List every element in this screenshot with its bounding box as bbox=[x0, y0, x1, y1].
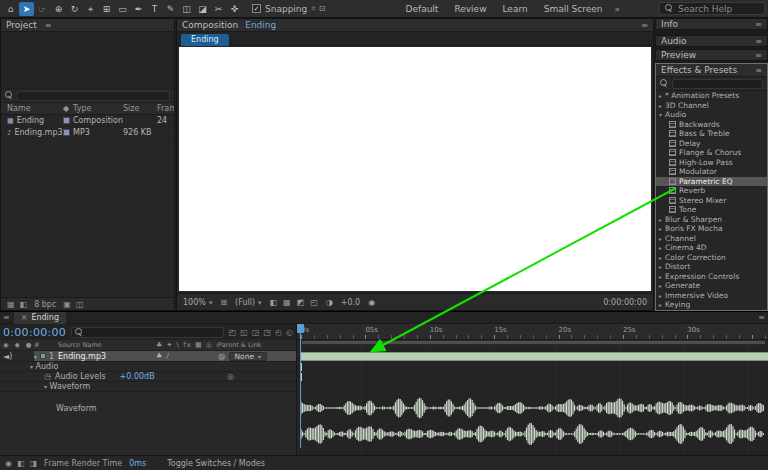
mask-visibility-icon[interactable]: ◩ bbox=[297, 298, 305, 307]
effects-group-row[interactable]: 3D Channel bbox=[656, 101, 767, 111]
current-time-display[interactable]: 0:00:00:00 bbox=[3, 326, 66, 339]
create-folder-icon[interactable]: ◧ bbox=[20, 300, 28, 309]
roto-brush-tool[interactable]: ✂ bbox=[211, 2, 226, 16]
timeline-tab-ending[interactable]: × Ending bbox=[14, 312, 66, 324]
composition-tab-ending[interactable]: Ending bbox=[181, 34, 229, 46]
pickwhip-icon[interactable]: @ bbox=[218, 352, 226, 361]
effects-group-row[interactable]: Boris FX Mocha bbox=[656, 224, 767, 234]
toggle-switches-modes-button[interactable]: Toggle Switches / Modes bbox=[167, 459, 265, 468]
layer-view-icon[interactable]: ◧ bbox=[17, 459, 25, 468]
timeline-panel-menu-icon[interactable]: ≡ bbox=[3, 313, 10, 322]
audio-group-row[interactable]: Audio bbox=[0, 362, 296, 372]
effects-group-audio[interactable]: Audio bbox=[656, 110, 767, 120]
effects-group-row[interactable]: Expression Controls bbox=[656, 272, 767, 282]
exposure-value[interactable]: +0.0 bbox=[341, 298, 360, 307]
timeline-track-area[interactable] bbox=[296, 340, 768, 455]
chevron-right-icon[interactable] bbox=[659, 272, 662, 281]
chevron-right-icon[interactable] bbox=[659, 291, 662, 300]
brush-tool[interactable]: ✎ bbox=[163, 2, 178, 16]
label-color-chip[interactable] bbox=[63, 117, 70, 124]
chevron-right-icon[interactable] bbox=[659, 243, 662, 252]
audio-panel-header[interactable]: Audio≡ bbox=[655, 35, 768, 47]
chevron-right-icon[interactable] bbox=[659, 262, 662, 271]
chevron-right-icon[interactable] bbox=[659, 91, 662, 100]
effects-group-row[interactable]: Color Correction bbox=[656, 253, 767, 263]
layer-color-chip[interactable] bbox=[40, 353, 46, 359]
help-search-input[interactable]: Search Help bbox=[659, 2, 765, 15]
label-color-chip[interactable] bbox=[63, 129, 70, 136]
project-item-row[interactable]: ▦Ending Composition 24 bbox=[1, 115, 174, 127]
column-label-icon[interactable]: ◆ bbox=[63, 104, 73, 113]
resolution-select[interactable]: (Full) bbox=[235, 298, 261, 307]
delete-icon[interactable]: ◫ bbox=[76, 300, 84, 309]
work-area-bar[interactable] bbox=[301, 340, 766, 345]
chevron-right-icon[interactable] bbox=[659, 224, 662, 233]
frame-blending-icon[interactable]: ◳ bbox=[263, 328, 271, 337]
comp-mini-flowchart-icon[interactable]: ◰ bbox=[229, 328, 237, 337]
eraser-tool[interactable]: ◪ bbox=[195, 2, 210, 16]
chevron-right-icon[interactable] bbox=[659, 281, 662, 290]
effects-group-row[interactable]: Cinema 4D bbox=[656, 243, 767, 253]
effects-item[interactable]: Delay bbox=[656, 139, 767, 149]
snapping-checkbox[interactable]: ✓ bbox=[252, 4, 261, 13]
project-bit-depth[interactable]: 8 bpc bbox=[34, 300, 56, 309]
region-of-interest-icon[interactable]: ◧ bbox=[270, 298, 278, 307]
effects-panel-menu-icon[interactable]: ≡ bbox=[755, 66, 762, 75]
chevron-right-icon[interactable] bbox=[659, 234, 662, 243]
timeline-search-input[interactable] bbox=[71, 327, 224, 338]
effects-group-row[interactable]: Generate bbox=[656, 281, 767, 291]
composition-timecode[interactable]: 0:00:00:00 bbox=[603, 298, 647, 307]
effects-item[interactable]: Tone bbox=[656, 205, 767, 215]
pan-behind-tool[interactable]: ⊞ bbox=[99, 2, 114, 16]
chevron-right-icon[interactable] bbox=[659, 215, 662, 224]
hide-shy-layers-icon[interactable]: ◲ bbox=[252, 328, 260, 337]
effects-group-row[interactable]: Blur & Sharpen bbox=[656, 215, 767, 225]
audio-layer-duration-bar[interactable] bbox=[301, 352, 768, 361]
render-status-icon[interactable]: ◉ bbox=[5, 459, 12, 468]
timeline-panel-menu-icon-right[interactable]: ≡ bbox=[758, 313, 765, 322]
chevron-down-icon[interactable] bbox=[659, 110, 662, 119]
column-name[interactable]: Name bbox=[7, 104, 63, 113]
audio-levels-row[interactable]: Audio Levels +0.00dB ◎ bbox=[0, 372, 296, 382]
clone-stamp-tool[interactable]: ◫ bbox=[179, 2, 194, 16]
draft-3d-icon[interactable]: ◱ bbox=[240, 328, 248, 337]
zoom-tool[interactable]: ⊕ bbox=[51, 2, 66, 16]
snap-option-icon[interactable]: ⌗ bbox=[311, 4, 316, 14]
effects-search-input[interactable] bbox=[672, 79, 763, 89]
layer-switch-b[interactable]: / bbox=[167, 352, 170, 360]
layer-switch-a[interactable]: ♣ bbox=[156, 352, 163, 360]
type-tool[interactable]: T bbox=[147, 2, 162, 16]
workspace-tab[interactable]: Learn bbox=[503, 4, 528, 14]
shape-tool[interactable]: ▭ bbox=[115, 2, 130, 16]
waveform-twirl-icon[interactable] bbox=[44, 382, 47, 391]
effects-group-row[interactable]: Immersive Video bbox=[656, 291, 767, 301]
effects-item[interactable]: Reverb bbox=[656, 186, 767, 196]
preview-panel-header[interactable]: Preview≡ bbox=[655, 49, 768, 61]
chevron-right-icon[interactable] bbox=[659, 253, 662, 262]
column-type[interactable]: Type bbox=[73, 104, 123, 113]
time-ruler[interactable]: 0s05s10s15s20s25s30s bbox=[296, 324, 768, 340]
close-icon[interactable]: × bbox=[21, 313, 28, 322]
chevron-right-icon[interactable] bbox=[659, 101, 662, 110]
interpret-footage-icon[interactable]: ▦ bbox=[7, 300, 15, 309]
motion-blur-icon[interactable]: ◴ bbox=[275, 328, 282, 337]
chevron-right-icon[interactable] bbox=[659, 300, 662, 309]
view-layout-icon[interactable]: ◰ bbox=[310, 298, 318, 307]
hand-tool[interactable]: ☞ bbox=[35, 2, 50, 16]
selection-tool[interactable]: ➤ bbox=[19, 2, 34, 16]
puppet-pin-tool[interactable]: ✜ bbox=[227, 2, 242, 16]
effects-item[interactable]: Flange & Chorus bbox=[656, 148, 767, 158]
audio-levels-value[interactable]: +0.00dB bbox=[120, 372, 155, 381]
workspace-overflow-icon[interactable]: » bbox=[614, 4, 620, 14]
snapshot-icon[interactable]: ◉ bbox=[368, 298, 375, 307]
workspace-tab[interactable]: Default bbox=[406, 4, 439, 14]
effects-item[interactable]: Backwards bbox=[656, 120, 767, 130]
effects-group-row[interactable]: Channel bbox=[656, 234, 767, 244]
pen-tool[interactable]: ✒ bbox=[131, 2, 146, 16]
composition-viewport[interactable] bbox=[179, 47, 651, 291]
rotation-tool[interactable]: ↻ bbox=[67, 2, 82, 16]
layer-name[interactable]: Ending.mp3 bbox=[58, 352, 106, 361]
project-panel-menu-icon[interactable]: ≡ bbox=[45, 21, 52, 30]
effects-group-row[interactable]: * Animation Presets bbox=[656, 91, 767, 101]
home-tool[interactable]: ⌂ bbox=[3, 2, 18, 16]
